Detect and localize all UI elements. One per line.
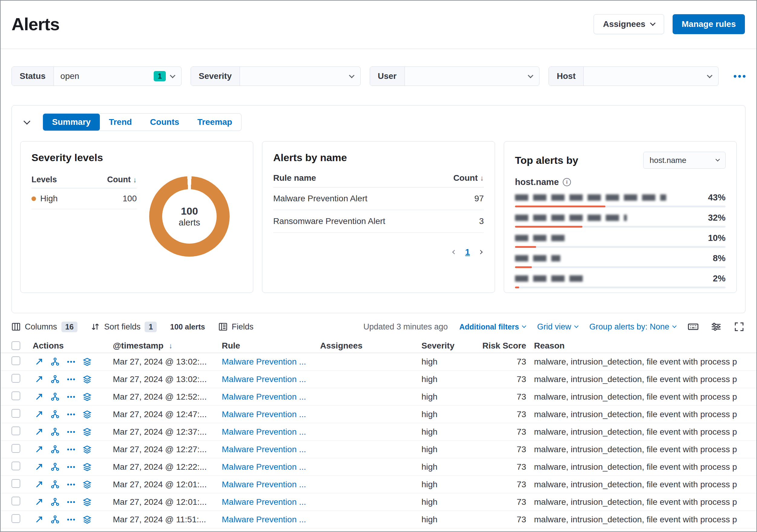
row-checkbox[interactable] [12, 497, 20, 505]
session-view-icon[interactable] [83, 480, 92, 489]
rule-link[interactable]: Malware Prevention ... [222, 480, 306, 489]
top-alert-item[interactable]: 8% [515, 253, 726, 268]
reason-cell[interactable]: malware, intrusion_detection, file event… [527, 445, 756, 454]
more-actions-icon[interactable] [67, 497, 76, 507]
user-filter[interactable]: User [370, 67, 540, 86]
analyze-event-icon[interactable] [50, 445, 60, 454]
timestamp-col-header[interactable]: @timestamp ↓ [113, 341, 222, 350]
more-actions-icon[interactable] [67, 410, 76, 419]
tab-trend[interactable]: Trend [100, 114, 141, 130]
row-checkbox[interactable] [12, 444, 20, 453]
select-all-checkbox[interactable] [12, 341, 20, 350]
row-checkbox[interactable] [12, 427, 20, 435]
expand-alert-icon[interactable] [35, 375, 44, 384]
row-checkbox[interactable] [12, 374, 20, 383]
assignees-col-header[interactable]: Assignees [320, 341, 421, 350]
row-checkbox[interactable] [12, 391, 20, 400]
analyze-event-icon[interactable] [50, 428, 60, 436]
reason-cell[interactable]: malware, intrusion_detection, file event… [527, 392, 756, 402]
row-checkbox[interactable] [12, 409, 20, 418]
top-alert-item[interactable]: 43% [515, 192, 726, 207]
session-view-icon[interactable] [83, 410, 92, 419]
rule-link[interactable]: Malware Prevention ... [222, 515, 306, 524]
fields-button[interactable]: Fields [219, 322, 254, 332]
row-checkbox[interactable] [12, 514, 20, 523]
page-number[interactable]: 1 [465, 247, 470, 257]
columns-button[interactable]: Columns 16 [12, 322, 77, 332]
tab-treemap[interactable]: Treemap [188, 114, 241, 130]
rule-link[interactable]: Malware Prevention ... [222, 357, 306, 366]
rule-col-header[interactable]: Rule [222, 341, 320, 350]
manage-rules-button[interactable]: Manage rules [673, 14, 745, 34]
rule-link[interactable]: Malware Prevention ... [222, 392, 306, 402]
analyze-event-icon[interactable] [50, 480, 60, 489]
analyze-event-icon[interactable] [50, 392, 60, 402]
rule-link[interactable]: Malware Prevention ... [222, 445, 306, 454]
previous-page-icon[interactable] [453, 251, 456, 254]
expand-alert-icon[interactable] [35, 497, 44, 507]
session-view-icon[interactable] [83, 462, 92, 471]
tab-counts[interactable]: Counts [141, 114, 188, 130]
tab-summary[interactable]: Summary [43, 114, 100, 130]
reason-cell[interactable]: malware, intrusion_detection, file event… [527, 497, 756, 507]
row-checkbox[interactable] [12, 479, 20, 488]
reason-cell[interactable]: malware, intrusion_detection, file event… [527, 427, 756, 437]
rule-link[interactable]: Malware Prevention ... [222, 497, 306, 507]
reason-cell[interactable]: malware, intrusion_detection, file event… [527, 480, 756, 490]
more-actions-icon[interactable] [67, 480, 76, 489]
top-alert-item[interactable]: 10% [515, 233, 726, 248]
row-checkbox[interactable] [12, 356, 20, 365]
grid-view-button[interactable]: Grid view [537, 322, 578, 332]
more-filters-icon[interactable] [734, 75, 745, 78]
top-alert-item[interactable]: 32% [515, 212, 726, 228]
severity-col-count[interactable]: Count ↓ [107, 175, 137, 184]
top-alerts-field-select[interactable]: host.name [643, 152, 726, 169]
reason-cell[interactable]: malware, intrusion_detection, file event… [527, 375, 756, 384]
rule-link[interactable]: Malware Prevention ... [222, 427, 306, 436]
analyze-event-icon[interactable] [50, 497, 60, 507]
expand-alert-icon[interactable] [35, 428, 44, 436]
additional-filters-button[interactable]: Additional filters [459, 322, 526, 331]
rule-link[interactable]: Malware Prevention ... [222, 409, 306, 419]
fullscreen-icon[interactable] [733, 321, 745, 332]
analyze-event-icon[interactable] [50, 357, 60, 366]
more-actions-icon[interactable] [67, 375, 76, 384]
row-checkbox[interactable] [12, 462, 20, 470]
expand-alert-icon[interactable] [35, 480, 44, 489]
session-view-icon[interactable] [83, 445, 92, 454]
analyze-event-icon[interactable] [50, 375, 60, 384]
risk-score-col-header[interactable]: Risk Score [482, 341, 527, 350]
more-actions-icon[interactable] [67, 428, 76, 436]
more-actions-icon[interactable] [67, 445, 76, 454]
session-view-icon[interactable] [83, 375, 92, 384]
collapse-charts-icon[interactable] [20, 116, 34, 129]
expand-alert-icon[interactable] [35, 410, 44, 419]
count-col-header[interactable]: Count ↓ [453, 173, 484, 183]
session-view-icon[interactable] [83, 392, 92, 402]
rule-link[interactable]: Malware Prevention ... [222, 375, 306, 384]
session-view-icon[interactable] [83, 428, 92, 436]
session-view-icon[interactable] [83, 497, 92, 507]
status-filter[interactable]: Status open 1 [12, 67, 182, 86]
next-page-icon[interactable] [479, 251, 482, 254]
severity-filter[interactable]: Severity [191, 67, 361, 86]
analyze-event-icon[interactable] [50, 462, 60, 471]
reason-cell[interactable]: malware, intrusion_detection, file event… [527, 462, 756, 472]
expand-alert-icon[interactable] [35, 515, 44, 524]
more-actions-icon[interactable] [67, 392, 76, 402]
session-view-icon[interactable] [83, 357, 92, 366]
severity-col-header[interactable]: Severity [421, 341, 482, 350]
host-filter[interactable]: Host [549, 67, 718, 86]
expand-alert-icon[interactable] [35, 392, 44, 402]
analyze-event-icon[interactable] [50, 410, 60, 419]
display-options-icon[interactable] [711, 321, 722, 332]
analyze-event-icon[interactable] [50, 515, 60, 524]
reason-cell[interactable]: malware, intrusion_detection, file event… [527, 409, 756, 419]
more-actions-icon[interactable] [67, 357, 76, 366]
assignees-button[interactable]: Assignees [593, 14, 664, 34]
keyboard-shortcuts-icon[interactable] [687, 321, 699, 332]
session-view-icon[interactable] [83, 515, 92, 524]
sort-fields-button[interactable]: Sort fields 1 [91, 322, 157, 332]
expand-alert-icon[interactable] [35, 357, 44, 366]
more-actions-icon[interactable] [67, 462, 76, 471]
